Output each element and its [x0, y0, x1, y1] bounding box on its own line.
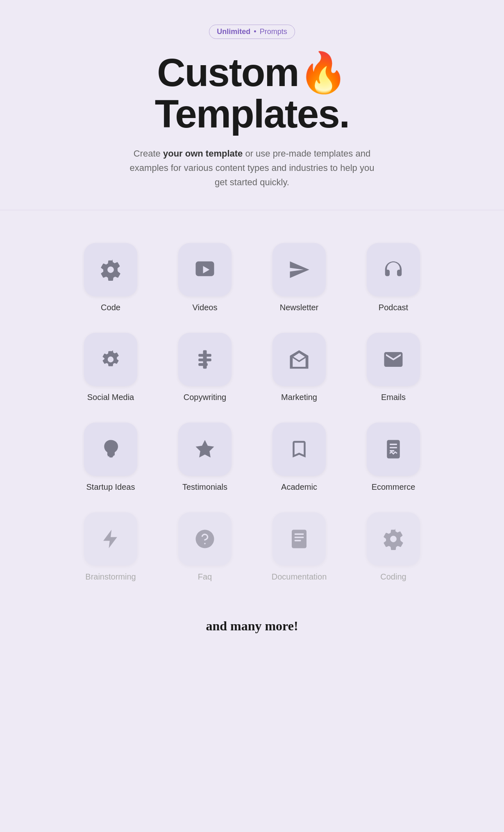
newsletter-label: Newsletter	[280, 303, 318, 312]
svg-point-14	[196, 530, 214, 548]
svg-rect-9	[296, 448, 300, 450]
faq-icon-box	[178, 512, 232, 566]
doc-icon	[288, 528, 310, 550]
footer-label: and many more!	[206, 618, 298, 633]
startup-ideas-label: Startup Ideas	[86, 482, 135, 492]
svg-rect-5	[198, 359, 211, 361]
badge-prompts: Prompts	[260, 27, 287, 36]
coding-label: Coding	[380, 572, 406, 582]
coding-icon-box	[367, 512, 420, 566]
category-grid: Code Videos Newsletter	[68, 235, 436, 586]
brainstorming-icon-box	[84, 512, 137, 566]
footer-text: and many more!	[0, 602, 504, 658]
email-icon	[382, 348, 404, 371]
svg-point-15	[204, 543, 206, 545]
podcast-icon-box	[367, 243, 420, 296]
email-open-icon	[288, 348, 310, 371]
category-documentation[interactable]: Documentation	[256, 504, 342, 586]
category-social-media[interactable]: Social Media	[68, 325, 154, 406]
hero-title-line2: Templates.	[155, 92, 349, 136]
svg-rect-13	[390, 450, 394, 451]
marketing-label: Marketing	[281, 393, 317, 402]
bulb-icon	[100, 438, 122, 460]
testimonials-label: Testimonials	[182, 482, 227, 492]
category-ecommerce[interactable]: Ecommerce	[350, 414, 436, 496]
documentation-label: Documentation	[272, 572, 327, 582]
svg-rect-11	[390, 444, 397, 445]
videos-icon-box	[178, 243, 232, 296]
brainstorming-label: Brainstorming	[85, 572, 136, 582]
svg-rect-4	[198, 354, 211, 357]
headphones-icon	[382, 259, 404, 281]
hero-section: Unlimited • Prompts Custom🔥 Templates. C…	[0, 0, 504, 210]
svg-rect-8	[296, 446, 302, 447]
startup-ideas-icon-box	[84, 423, 137, 476]
camera-icon	[100, 348, 122, 371]
star-icon	[194, 438, 216, 460]
category-brainstorming[interactable]: Brainstorming	[68, 504, 154, 586]
category-podcast[interactable]: Podcast	[350, 235, 436, 316]
ecommerce-label: Ecommerce	[372, 482, 415, 492]
categories-section: Code Videos Newsletter	[0, 210, 504, 602]
faq-label: Faq	[198, 572, 212, 582]
category-testimonials[interactable]: Testimonials	[162, 414, 248, 496]
code-label: Code	[101, 303, 120, 312]
category-emails[interactable]: Emails	[350, 325, 436, 406]
marketing-icon-box	[272, 333, 326, 386]
svg-rect-19	[295, 540, 301, 541]
svg-rect-6	[198, 363, 208, 366]
copywriting-icon-box	[178, 333, 232, 386]
academic-label: Academic	[281, 482, 317, 492]
social-media-label: Social Media	[87, 393, 134, 402]
send-icon	[288, 259, 310, 281]
receipt-icon	[382, 438, 404, 460]
social-media-icon-box	[84, 333, 137, 386]
podcast-label: Podcast	[379, 303, 408, 312]
category-videos[interactable]: Videos	[162, 235, 248, 316]
hero-title-line1: Custom🔥	[157, 50, 347, 94]
bookmark-icon	[288, 438, 310, 460]
category-academic[interactable]: Academic	[256, 414, 342, 496]
category-coding[interactable]: Coding	[350, 504, 436, 586]
category-code[interactable]: Code	[68, 235, 154, 316]
edit-icon	[194, 348, 216, 371]
svg-rect-16	[292, 530, 306, 548]
copywriting-label: Copywriting	[184, 393, 226, 402]
svg-rect-10	[387, 440, 400, 459]
hero-subtitle: Create your own template or use pre-made…	[129, 146, 375, 190]
badge-unlimited: Unlimited	[217, 27, 250, 36]
badge-dot: •	[254, 27, 256, 36]
academic-icon-box	[272, 423, 326, 476]
hero-title: Custom🔥 Templates.	[155, 52, 349, 135]
svg-rect-17	[295, 534, 304, 535]
play-icon	[194, 259, 216, 281]
category-copywriting[interactable]: Copywriting	[162, 325, 248, 406]
lightning-icon	[100, 528, 122, 550]
videos-label: Videos	[193, 303, 218, 312]
testimonials-icon-box	[178, 423, 232, 476]
svg-point-2	[109, 358, 113, 361]
documentation-icon-box	[272, 512, 326, 566]
category-newsletter[interactable]: Newsletter	[256, 235, 342, 316]
emails-label: Emails	[381, 393, 406, 402]
category-startup-ideas[interactable]: Startup Ideas	[68, 414, 154, 496]
emails-icon-box	[367, 333, 420, 386]
question-icon	[194, 528, 216, 550]
gear2-icon	[382, 528, 404, 550]
newsletter-icon-box	[272, 243, 326, 296]
badge: Unlimited • Prompts	[209, 25, 295, 39]
svg-rect-18	[295, 537, 304, 538]
gear-icon	[100, 259, 122, 281]
category-marketing[interactable]: Marketing	[256, 325, 342, 406]
category-faq[interactable]: Faq	[162, 504, 248, 586]
code-icon-box	[84, 243, 137, 296]
ecommerce-icon-box	[367, 423, 420, 476]
svg-rect-12	[390, 447, 397, 448]
